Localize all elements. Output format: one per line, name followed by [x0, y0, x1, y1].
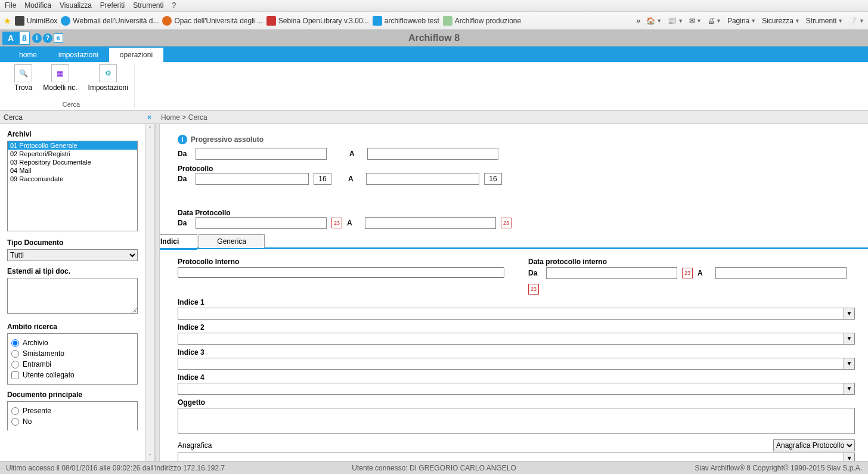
proto-a-year[interactable]	[484, 173, 502, 185]
prog-da-input[interactable]	[196, 148, 327, 160]
ambito-entrambi[interactable]: Entrambi	[11, 359, 134, 370]
app-title: Archiflow 8	[408, 33, 460, 44]
breadcrumb-home[interactable]: Home	[161, 113, 180, 122]
dpi-da-input[interactable]	[546, 267, 677, 279]
security-dropdown[interactable]: Sicurezza▼	[762, 17, 800, 25]
indice4-dropdown[interactable]: ▼	[844, 383, 855, 395]
mail-button[interactable]: ✉▼	[689, 17, 702, 25]
indice3-label: Indice 3	[178, 348, 855, 357]
info-icon[interactable]: i	[178, 135, 187, 144]
logout-icon[interactable]: ⎋	[54, 33, 63, 43]
tab-operazioni[interactable]: operazioni	[109, 48, 163, 62]
bookmark-archiflow-prod[interactable]: Archiflow produzione	[443, 16, 521, 26]
help-dropdown[interactable]: ❔▼	[849, 17, 864, 25]
ribbon-modelli[interactable]: ▦ Modelli ric.	[43, 64, 77, 100]
calendar-icon[interactable]: 23	[682, 268, 693, 278]
proto-da-input[interactable]	[196, 173, 309, 185]
proto-da-year[interactable]	[314, 173, 331, 185]
calendar-icon[interactable]: 23	[501, 218, 512, 228]
menu-modifica[interactable]: Modifica	[24, 1, 51, 10]
help-icon[interactable]: ?	[43, 33, 52, 43]
archivi-item-01[interactable]: 01 Protocollo Generale	[8, 141, 137, 150]
feeds-dropdown[interactable]: 📰▼	[668, 17, 683, 25]
ambito-utente[interactable]: Utente collegato	[11, 370, 134, 380]
ribbon-impostazioni[interactable]: ⚙ Impostazioni	[88, 64, 128, 100]
proto-a-input[interactable]	[366, 173, 479, 185]
anagrafica-select[interactable]: Anagrafica Protocollo	[773, 439, 855, 451]
splitter[interactable]	[155, 124, 160, 461]
doc-princ-presente[interactable]: Presente	[11, 405, 134, 416]
tools-dropdown[interactable]: Strumenti▼	[806, 17, 843, 25]
ambito-archivio[interactable]: Archivio	[11, 337, 134, 348]
indice3-dropdown[interactable]: ▼	[844, 358, 855, 370]
indice2-input[interactable]	[178, 333, 844, 345]
dpi-a-label: A	[698, 269, 711, 277]
browser-menu: File Modifica Visualizza Preferiti Strum…	[0, 0, 868, 12]
dataproto-da-label: Da	[178, 219, 191, 227]
calendar-icon[interactable]: 23	[331, 218, 342, 228]
sidebar-scroll-up-icon[interactable]: ˄	[148, 125, 151, 132]
doc-princ-no[interactable]: No	[11, 416, 134, 427]
subtab-generica[interactable]: Generica	[199, 234, 265, 248]
ambito-label: Ambito ricerca	[7, 323, 138, 331]
menu-preferiti[interactable]: Preferiti	[100, 1, 125, 10]
menu-visualizza[interactable]: Visualizza	[60, 1, 92, 10]
indice1-input[interactable]	[178, 308, 844, 320]
archivi-listbox[interactable]: 01 Protocollo Generale 02 Repertori/Regi…	[7, 141, 138, 231]
close-panel-icon[interactable]: ×	[147, 113, 151, 122]
sidebar-scroll-down-icon[interactable]: ˅	[148, 453, 151, 460]
estendi-textarea[interactable]	[7, 278, 138, 314]
home-dropdown[interactable]: 🏠▼	[646, 17, 662, 25]
tipo-doc-select[interactable]: Tutti	[7, 249, 138, 261]
anagrafica-dropdown[interactable]: ▼	[844, 453, 855, 461]
ambito-smistamento[interactable]: Smistamento	[11, 348, 134, 359]
page-dropdown[interactable]: Pagina▼	[727, 17, 756, 25]
anagrafica-textarea[interactable]	[178, 453, 844, 461]
doc-princ-group: Presente No	[7, 401, 138, 430]
breadcrumb-cerca[interactable]: Cerca	[188, 113, 207, 122]
dataproto-a-input[interactable]	[365, 217, 496, 229]
indice2-label: Indice 2	[178, 323, 855, 332]
prog-da-label: Da	[178, 150, 191, 158]
bookmark-opac[interactable]: Opac dell'Università degli ...	[162, 16, 262, 26]
ribbon-modelli-label: Modelli ric.	[43, 83, 77, 92]
favorites-star-icon[interactable]: ★	[4, 16, 11, 26]
main-tabs: home impostazioni operazioni	[0, 47, 868, 62]
menu-help[interactable]: ?	[172, 1, 176, 10]
bookmark-unimibox[interactable]: UnimiBox	[15, 16, 57, 26]
oggetto-textarea[interactable]	[178, 408, 855, 434]
dpi-a-input[interactable]	[715, 267, 847, 279]
status-bar: Ultimo accesso il 08/01/2016 alle 09:02:…	[0, 461, 868, 474]
dataproto-da-input[interactable]	[196, 217, 327, 229]
proto-da-label: Da	[178, 175, 191, 183]
menu-strumenti[interactable]: Strumenti	[133, 1, 163, 10]
settings-icon: ⚙	[99, 64, 117, 82]
archivi-item-04[interactable]: 04 Mail	[8, 166, 137, 175]
prot-interno-input[interactable]	[178, 267, 504, 278]
indice2-dropdown[interactable]: ▼	[844, 333, 855, 345]
indice1-dropdown[interactable]: ▼	[844, 308, 855, 320]
indice3-input[interactable]	[178, 358, 844, 370]
tab-impostazioni[interactable]: impostazioni	[48, 48, 109, 62]
indice4-input[interactable]	[178, 383, 844, 395]
indice1-label: Indice 1	[178, 298, 855, 306]
menu-file[interactable]: File	[5, 1, 16, 10]
info-icon[interactable]: i	[32, 33, 42, 43]
bookmark-archiflow-test[interactable]: archiflowweb test	[373, 16, 439, 26]
ribbon-trova[interactable]: 🔍 Trova	[14, 64, 32, 100]
archivi-item-03[interactable]: 03 Repository Documentale	[8, 158, 137, 166]
ribbon-trova-label: Trova	[14, 83, 32, 92]
calendar-icon[interactable]: 23	[528, 284, 539, 295]
search-form: i Progressivo assoluto Da A Protocollo D…	[160, 124, 868, 461]
print-dropdown[interactable]: 🖨▼	[708, 17, 721, 25]
data-proto-label: Data Protocollo	[178, 209, 512, 217]
overflow-icon[interactable]: »	[637, 17, 641, 25]
subtab-indici[interactable]: Indici	[160, 234, 197, 250]
bookmark-webmail[interactable]: Webmail dell'Università d...	[61, 16, 159, 26]
bookmark-sebina[interactable]: Sebina OpenLibrary v.3.00...	[266, 16, 369, 26]
prog-a-input[interactable]	[367, 148, 498, 160]
tab-home[interactable]: home	[8, 48, 48, 62]
archivi-item-02[interactable]: 02 Repertori/Registri	[8, 150, 137, 158]
ribbon-impostazioni-label: Impostazioni	[88, 83, 128, 92]
archivi-item-09[interactable]: 09 Raccomandate	[8, 175, 137, 183]
